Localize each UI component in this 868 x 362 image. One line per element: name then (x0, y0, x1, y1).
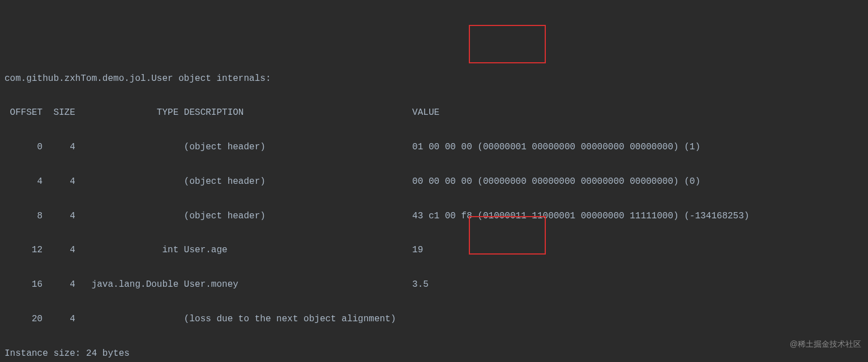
section1-header: OFFSET SIZE TYPE DESCRIPTION VALUE (0, 104, 868, 121)
table-row: 8 4 (object header) 43 c1 00 f8 (0100001… (0, 208, 868, 225)
table-row: 20 4 (loss due to the next object alignm… (0, 311, 868, 327)
section1-footer: Instance size: 24 bytes (0, 345, 868, 362)
table-row: 16 4 java.lang.Double User.money 3.5 (0, 276, 868, 293)
table-row: 12 4 int User.age 19 (0, 242, 868, 258)
watermark: @稀土掘金技术社区 (790, 337, 861, 352)
table-row: 0 4 (object header) 01 00 00 00 (0000000… (0, 139, 868, 156)
section1-title: com.github.zxhTom.demo.jol.User object i… (0, 70, 868, 87)
highlight-box-1 (469, 25, 546, 63)
table-row: 4 4 (object header) 00 00 00 00 (0000000… (0, 173, 868, 190)
